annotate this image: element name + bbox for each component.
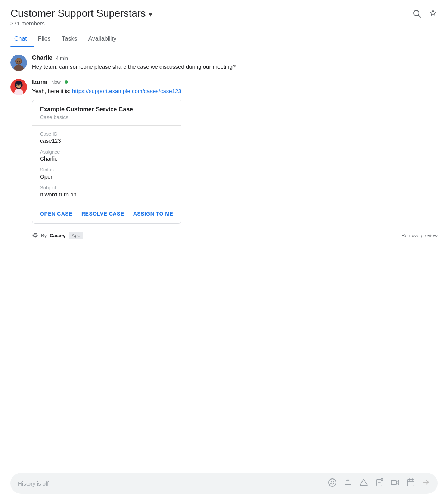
video-icon[interactable] <box>391 478 399 489</box>
app-tag: App <box>69 232 83 239</box>
message-charlie: Charlie 4 min Hey team, can someone plea… <box>10 55 438 71</box>
case-card-actions: OPEN CASE RESOLVE CASE ASSIGN TO ME <box>32 204 181 223</box>
search-icon[interactable] <box>412 9 421 20</box>
remove-preview-link[interactable]: Remove preview <box>401 233 438 238</box>
case-id-value: case123 <box>40 137 174 144</box>
svg-point-20 <box>329 479 336 486</box>
svg-rect-31 <box>391 480 396 485</box>
subject-field: Subject It won't turn on... <box>40 185 174 198</box>
charlie-message-header: Charlie 4 min <box>32 55 236 61</box>
pin-icon[interactable] <box>429 9 438 20</box>
izumi-time: Now <box>51 79 61 85</box>
group-name: Customer Support Superstars <box>10 7 146 19</box>
svg-point-6 <box>17 61 18 62</box>
avatar-charlie <box>10 55 27 71</box>
toolbar-icons <box>328 478 415 489</box>
bottom-bar: History is off <box>0 468 448 499</box>
svg-marker-23 <box>360 479 367 485</box>
chat-area: Charlie 4 min Hey team, can someone plea… <box>0 47 448 239</box>
member-count: 371 members <box>10 20 152 27</box>
casey-icon: ♻ <box>32 231 38 239</box>
assignee-field: Assignee Charlie <box>40 149 174 162</box>
svg-line-1 <box>419 15 421 18</box>
message-izumi: Izumi Now Yeah, here it is: https://supp… <box>10 79 438 224</box>
status-value: Open <box>40 173 174 180</box>
resolve-case-button[interactable]: RESOLVE CASE <box>81 209 124 218</box>
svg-point-21 <box>331 481 332 482</box>
izumi-text: Yeah, here it is: https://support.exampl… <box>32 87 181 96</box>
izumi-message-content: Izumi Now Yeah, here it is: https://supp… <box>32 79 181 224</box>
history-text: History is off <box>18 480 321 487</box>
online-indicator <box>65 80 68 84</box>
calendar-icon[interactable] <box>406 478 415 489</box>
header-title: Customer Support Superstars ▾ <box>10 7 152 19</box>
app-name: Case-y <box>50 233 66 238</box>
tab-files[interactable]: Files <box>34 32 58 47</box>
header-left: Customer Support Superstars ▾ 371 member… <box>10 7 152 27</box>
drive-icon[interactable] <box>359 478 368 489</box>
izumi-name: Izumi <box>32 79 47 86</box>
emoji-icon[interactable] <box>328 478 337 489</box>
tabs: Chat Files Tasks Availability <box>0 32 448 47</box>
svg-point-13 <box>15 83 17 87</box>
case-card-body: Case ID case123 Assignee Charlie Status … <box>32 126 181 204</box>
upload-icon[interactable] <box>343 478 352 489</box>
izumi-message-header: Izumi Now <box>32 79 181 86</box>
svg-point-19 <box>20 85 21 86</box>
case-id-field: Case ID case123 <box>40 131 174 144</box>
input-area[interactable]: History is off <box>10 473 438 494</box>
status-field: Status Open <box>40 167 174 180</box>
case-link[interactable]: https://support.example.com/cases/case12… <box>72 88 181 94</box>
assignee-label: Assignee <box>40 149 174 155</box>
case-card-header: Example Customer Service Case Case basic… <box>32 100 181 126</box>
tab-tasks[interactable]: Tasks <box>58 32 85 47</box>
case-subtitle: Case basics <box>40 114 174 120</box>
doc-icon[interactable] <box>375 478 384 489</box>
svg-rect-32 <box>407 480 414 486</box>
subject-value: It won't turn on... <box>40 191 174 198</box>
avatar-izumi <box>10 79 27 95</box>
assignee-value: Charlie <box>40 155 174 162</box>
svg-point-5 <box>16 58 22 64</box>
header: Customer Support Superstars ▾ 371 member… <box>0 0 448 27</box>
tab-chat[interactable]: Chat <box>10 32 34 47</box>
assign-to-me-button[interactable]: ASSIGN TO ME <box>133 209 174 218</box>
tab-availability[interactable]: Availability <box>84 32 124 47</box>
svg-point-7 <box>19 61 20 62</box>
case-card: Example Customer Service Case Case basic… <box>32 100 181 224</box>
charlie-message-content: Charlie 4 min Hey team, can someone plea… <box>32 55 236 71</box>
charlie-text: Hey team, can someone please share the c… <box>32 63 236 71</box>
case-id-label: Case ID <box>40 131 174 137</box>
open-case-button[interactable]: OPEN CASE <box>40 209 72 218</box>
svg-point-22 <box>333 481 334 482</box>
header-icons <box>412 9 438 20</box>
svg-point-18 <box>18 85 18 86</box>
charlie-time: 4 min <box>56 55 68 61</box>
subject-label: Subject <box>40 185 174 190</box>
by-line: ♻ By Case-y App Remove preview <box>32 231 438 239</box>
status-label: Status <box>40 167 174 173</box>
send-icon[interactable] <box>422 478 430 489</box>
charlie-name: Charlie <box>32 55 52 61</box>
case-title: Example Customer Service Case <box>40 106 174 113</box>
dropdown-icon[interactable]: ▾ <box>149 10 152 19</box>
